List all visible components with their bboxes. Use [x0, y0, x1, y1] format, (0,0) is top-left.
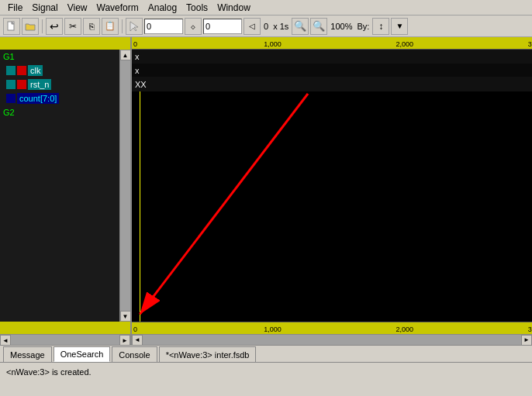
signal-icon-rst — [17, 80, 26, 89]
menu-waveform[interactable]: Waveform — [92, 1, 143, 15]
toolbar-zoom-out-btn[interactable]: 🔍 — [310, 18, 327, 35]
signal-row-clk[interactable]: clk — [0, 64, 130, 77]
signal-row-count[interactable]: count[7:0] — [0, 91, 130, 105]
wave-row-count: XX — [132, 77, 532, 91]
wave-value-clk: x — [132, 52, 140, 61]
signal-panel-ruler — [0, 37, 130, 50]
signal-label-clk[interactable]: clk — [28, 65, 43, 76]
toolbar-value2-input[interactable] — [203, 19, 242, 34]
menu-view[interactable]: View — [63, 1, 92, 15]
toolbar-triangle-left-btn[interactable]: ◁ — [244, 18, 261, 35]
menu-bar: File Signal View Waveform Analog Tools W… — [0, 0, 532, 15]
main-area: G1 clk rst_n count[7:0] G2 ▲ ▼ — [0, 37, 532, 345]
svg-marker-2 — [130, 22, 138, 31]
wave-row-rst: x — [132, 64, 532, 77]
toolbar-sep1 — [42, 19, 43, 33]
menu-tools[interactable]: Tools — [181, 1, 212, 15]
signal-scroll-up[interactable]: ▲ — [120, 50, 131, 60]
menu-file[interactable]: File — [3, 1, 27, 15]
waveform-content: x x XX — [132, 50, 532, 322]
ruler-tick-3000: 3,000 — [528, 40, 532, 48]
toolbar-zoom-in-btn[interactable]: 🔍 — [292, 18, 309, 35]
toolbar-cursor-btn[interactable] — [126, 18, 143, 35]
signal-group-g2: G2 — [0, 105, 130, 119]
toolbar-cut-btn[interactable]: ✂ — [64, 18, 81, 35]
status-message: <nWave:3> is created. — [6, 367, 92, 377]
wave-row-clk: x — [132, 50, 532, 64]
toolbar-sort-btn[interactable]: ↕ — [372, 18, 389, 35]
menu-analog[interactable]: Analog — [143, 1, 181, 15]
signal-color-clk — [6, 66, 16, 75]
signal-scroll-down[interactable]: ▼ — [120, 311, 131, 322]
bottom-ruler-tick-0: 0 — [133, 325, 137, 333]
tab-console[interactable]: Console — [112, 346, 157, 362]
signal-row-rst-n[interactable]: rst_n — [0, 77, 130, 91]
bottom-ruler-tick-2000: 2,000 — [396, 325, 414, 333]
tab-message-label: Message — [10, 350, 45, 360]
wave-value-count: XX — [132, 80, 147, 89]
waveform-hscrollbar[interactable]: ◄ ► — [132, 334, 532, 345]
toolbar-by-label: By: — [355, 22, 371, 31]
toolbar-paste-btn[interactable]: 📋 — [102, 18, 119, 35]
waveform-area: 0 1,000 2,000 3,000 x x XX — [132, 37, 532, 345]
toolbar: ↩ ✂ ⎘ 📋 ⬦ ◁ 0 x 1s 🔍 🔍 100% By: ↕ ▼ — [0, 15, 532, 37]
toolbar-zoom-label: x 1s — [271, 22, 290, 31]
tab-onesearch-label: OneSearch — [60, 350, 104, 359]
signal-list: G1 clk rst_n count[7:0] G2 ▲ ▼ — [0, 50, 130, 322]
waveform-bottom-ruler: 0 1,000 2,000 3,000 — [132, 322, 532, 334]
signal-label-count[interactable]: count[7:0] — [17, 93, 59, 104]
signal-panel-hscroll[interactable]: ◄ ► — [0, 334, 130, 345]
toolbar-percent-label: 100% — [329, 22, 354, 31]
toolbar-value1-input[interactable] — [144, 19, 183, 34]
bottom-ruler-tick-1000: 1,000 — [264, 325, 282, 333]
signal-hscroll-left[interactable]: ◄ — [0, 335, 11, 345]
ruler-tick-1000: 1,000 — [264, 40, 282, 48]
signal-label-rst[interactable]: rst_n — [28, 79, 51, 90]
signal-scroll-track[interactable] — [120, 60, 130, 311]
ruler-tick-0: 0 — [133, 40, 137, 48]
signal-color-count — [6, 94, 16, 103]
waveform-hscroll-left[interactable]: ◄ — [132, 335, 143, 346]
menu-signal[interactable]: Signal — [27, 1, 62, 15]
ruler-tick-2000: 2,000 — [396, 40, 414, 48]
toolbar-new-btn[interactable] — [3, 18, 20, 35]
toolbar-value3: 0 — [262, 22, 270, 31]
signal-hscroll-track[interactable] — [11, 335, 119, 345]
waveform-top-ruler: 0 1,000 2,000 3,000 — [132, 37, 532, 50]
toolbar-undo-btn[interactable]: ↩ — [46, 18, 63, 35]
menu-window[interactable]: Window — [212, 1, 255, 15]
signal-hscroll-right[interactable]: ► — [119, 335, 130, 345]
bottom-ruler-tick-3000: 3,000 — [528, 325, 532, 333]
tab-file-label: *<nWave:3> inter.fsdb — [166, 350, 250, 360]
svg-line-4 — [140, 94, 308, 315]
toolbar-dropdown-btn[interactable]: ▼ — [391, 18, 408, 35]
tab-console-label: Console — [119, 350, 150, 360]
waveform-hscroll-right[interactable]: ► — [521, 335, 532, 346]
tabs-row: Message OneSearch Console *<nWave:3> int… — [0, 345, 532, 362]
status-bar: <nWave:3> is created. — [0, 362, 532, 381]
toolbar-copy-btn[interactable]: ⎘ — [83, 18, 100, 35]
toolbar-marker-btn[interactable]: ⬦ — [185, 18, 202, 35]
tab-onesearch[interactable]: OneSearch — [54, 346, 111, 362]
signal-color-rst — [6, 80, 16, 89]
toolbar-open-btn[interactable] — [22, 18, 39, 35]
tab-file[interactable]: *<nWave:3> inter.fsdb — [159, 346, 257, 362]
signal-icon-clk — [17, 66, 26, 75]
waveform-hscroll-track[interactable] — [143, 335, 521, 345]
wave-value-rst: x — [132, 66, 140, 75]
toolbar-sep2 — [122, 19, 123, 33]
signal-vscrollbar[interactable]: ▲ ▼ — [119, 50, 130, 322]
signal-group-g1: G1 — [0, 50, 130, 64]
signal-panel: G1 clk rst_n count[7:0] G2 ▲ ▼ — [0, 37, 132, 345]
signal-panel-bottom-ruler — [0, 322, 130, 334]
tab-message[interactable]: Message — [3, 346, 52, 362]
